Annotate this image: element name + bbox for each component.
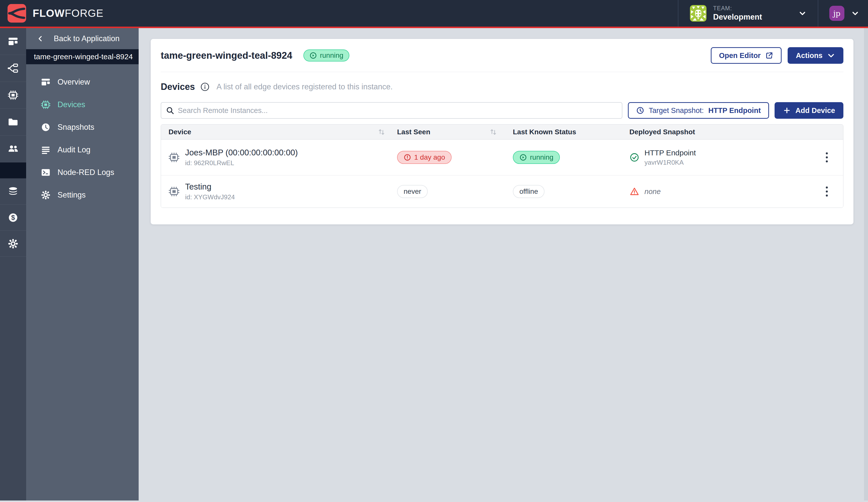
target-snapshot-value: HTTP Endpoint [708,106,761,115]
instance-card: tame-green-winged-teal-8924 running Open… [151,39,854,224]
rail-item-library[interactable] [0,109,26,136]
device-status-label: running [530,153,553,161]
actions-label: Actions [796,51,823,60]
snapshot-id: yavrW1R0KA [644,159,696,166]
sidebar-item-label: Overview [58,77,90,87]
devices-table: Device Last Seen Last Known Statu [161,124,844,208]
search-box [161,102,622,119]
device-status-badge: running [513,151,560,164]
section-title: Devices [161,82,195,92]
status-badge-label: running [320,51,343,60]
avatar: jp [829,6,844,21]
brand-title: FLOWFORGE [33,7,103,19]
actions-button[interactable]: Actions [788,47,844,64]
target-snapshot-label: Target Snapshot: [649,106,704,115]
row-options-kebab-icon[interactable] [810,187,843,197]
device-id: id: XYGWdvJ924 [185,193,235,201]
sidebar-item-label: Snapshots [58,123,94,132]
folder-icon [7,116,19,128]
chevron-down-icon [799,10,806,17]
chevron-down-icon [851,10,859,17]
sidebar-item-devices[interactable]: Devices [26,93,138,116]
device-name[interactable]: Joes-MBP (00:00:00:00:00:00) [185,148,298,157]
open-editor-button[interactable]: Open Editor [711,47,782,64]
sort-icon[interactable] [378,128,385,136]
sidebar-item-settings[interactable]: Settings [26,184,138,206]
rail-item-overview[interactable] [0,28,26,55]
team-avatar [690,5,706,22]
device-name[interactable]: Testing [185,182,235,191]
open-editor-label: Open Editor [719,51,761,60]
play-circle-icon [309,52,317,59]
device-chip-icon [168,151,180,164]
rail-item-pipelines[interactable] [0,55,26,82]
table-row[interactable]: Testing id: XYGWdvJ924 never offline [161,176,843,208]
column-header-device[interactable]: Device [168,128,191,136]
device-chip-icon [168,186,180,198]
scrollbar[interactable] [864,28,868,501]
back-to-application[interactable]: Back to Application [26,28,138,49]
chip-icon [40,100,51,110]
snapshot-name: HTTP Endpoint [644,149,696,157]
instance-sidebar: Back to Application tame-green-winged-te… [26,28,138,501]
clock-icon [636,106,644,114]
instance-name[interactable]: tame-green-winged-teal-8924 [26,49,138,64]
team-selector[interactable]: TEAM: Development [678,0,818,27]
sidebar-item-node-red-logs[interactable]: Node-RED Logs [26,161,138,184]
last-seen-badge: never [397,185,428,198]
rail-item-members[interactable] [0,136,26,163]
column-header-last-seen[interactable]: Last Seen [397,128,430,136]
sidebar-item-label: Audit Log [58,145,90,154]
main-content: tame-green-winged-teal-8924 running Open… [138,28,868,501]
billing-icon: $ [7,212,19,223]
section-description: A list of all edge devices registered to… [217,82,393,91]
row-options-kebab-icon[interactable] [810,153,843,163]
chip-icon [7,90,19,101]
brand-title-bold: FLOW [33,7,65,19]
flowforge-logo-icon [8,4,26,23]
sidebar-item-overview[interactable]: Overview [26,71,138,93]
sort-icon[interactable] [489,128,497,136]
target-snapshot-button[interactable]: Target Snapshot: HTTP Endpoint [628,102,769,119]
search-input[interactable] [161,102,622,119]
audit-log-icon [40,145,51,155]
top-header: FLOWFORGE TEAM: [0,0,868,28]
search-icon [166,106,174,115]
play-circle-icon [519,154,527,161]
rail-item-active-section[interactable] [0,163,26,178]
back-label: Back to Application [54,34,120,43]
page-title: tame-green-winged-teal-8924 [161,50,292,61]
gear-icon [40,190,51,200]
external-link-icon [765,51,773,60]
user-menu[interactable]: jp [818,6,859,21]
terminal-icon [40,167,51,178]
sidebar-item-label: Settings [58,190,86,200]
sidebar-item-audit-log[interactable]: Audit Log [26,138,138,161]
brand-title-light: FORGE [65,7,103,19]
table-row[interactable]: Joes-MBP (00:00:00:00:00:00) id: 962R0LR… [161,139,843,176]
device-id: id: 962R0LRwEL [185,159,298,167]
column-header-status[interactable]: Last Known Status [513,128,576,136]
device-status-badge: offline [513,185,545,198]
sidebar-item-snapshots[interactable]: Snapshots [26,116,138,138]
svg-text:$: $ [11,213,15,221]
check-circle-icon [629,153,639,163]
column-header-snapshot[interactable]: Deployed Snapshot [629,128,695,136]
snapshot-name: none [644,188,661,196]
gear-icon [7,238,19,250]
rail-item-billing[interactable]: $ [0,205,26,231]
rail-item-team-settings[interactable] [0,231,26,257]
last-seen-badge: 1 day ago [397,151,452,164]
chevron-down-icon [827,51,835,60]
database-icon [7,186,19,197]
add-device-label: Add Device [795,106,835,115]
last-seen-label: 1 day ago [414,153,445,161]
rail-item-library-storage[interactable] [0,178,26,205]
info-icon[interactable] [200,82,209,91]
table-header: Device Last Seen Last Known Statu [161,125,843,139]
team-name: Development [713,12,762,22]
add-device-button[interactable]: Add Device [775,102,844,119]
brand[interactable]: FLOWFORGE [8,4,103,23]
rail-item-devices[interactable] [0,82,26,109]
alert-circle-icon [404,154,411,161]
